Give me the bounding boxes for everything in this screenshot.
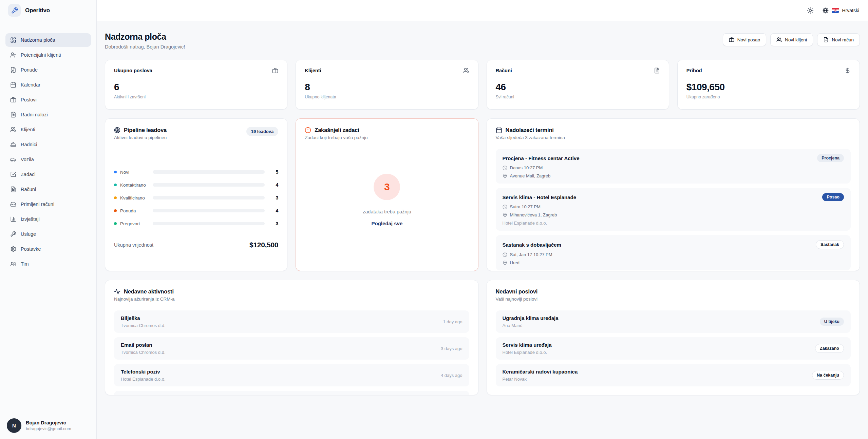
appointment-time: Danas 10:27 PM — [510, 165, 543, 170]
calendar-icon — [10, 82, 16, 88]
stage-value: 3 — [271, 195, 278, 201]
sidebar-item-label: Kalendar — [21, 82, 40, 88]
stat-value: 6 — [114, 82, 278, 93]
activity-item[interactable]: Bilješka Tvornica Chromos d.d. 1 day ago — [114, 310, 469, 333]
clock-icon — [503, 205, 507, 209]
stat-cards: Ukupno poslova 6 Aktivni i završeni Klij… — [105, 60, 860, 110]
sidebar-item-active[interactable]: Nadzorna ploča — [5, 33, 91, 47]
stage-value: 4 — [271, 182, 278, 188]
sidebar-item[interactable]: Potencijalni klijenti — [5, 48, 91, 62]
view-all-link[interactable]: Pogledaj sve — [372, 221, 403, 226]
activity-title: Telefonski poziv — [121, 369, 166, 375]
pipeline-card: Pipeline leadova Aktivni leadovi u pipel… — [105, 118, 287, 271]
pipeline-subtitle: Aktivni leadovi u pipelineu — [114, 135, 167, 140]
job-status-badge: U tijeku — [820, 318, 844, 326]
sidebar-item-label: Poslovi — [21, 97, 37, 102]
stage-label: Pregovori — [120, 221, 153, 226]
sidebar-item-label: Klijenti — [21, 127, 35, 132]
sidebar-item-label: Računi — [21, 187, 36, 192]
sidebar-item[interactable]: Izvještaji — [5, 212, 91, 226]
sidebar-item-label: Zadaci — [21, 172, 36, 177]
appointments-list: Procjena - Fitness centar Active Procjen… — [496, 149, 851, 270]
sidebar: Operitivo Nadzorna ploča Potencijalni kl… — [0, 0, 97, 439]
overdue-title: Zakašnjeli zadaci — [315, 127, 359, 133]
sidebar-item[interactable]: Vozila — [5, 153, 91, 166]
activity-item[interactable]: Email poslan Tvornica Chromos d.d. 3 day… — [114, 337, 469, 360]
users-icon — [463, 68, 469, 74]
appointment-item[interactable]: Procjena - Fitness centar Active Procjen… — [496, 149, 851, 184]
sidebar-item-label: Radni nalozi — [21, 112, 48, 117]
target-icon — [114, 127, 120, 133]
activity-company: Tvornica Chromos d.d. — [121, 350, 166, 355]
job-item[interactable]: Servis klima uređaja Hotel Esplanade d.o… — [496, 337, 851, 360]
file-text-icon — [10, 186, 16, 192]
appointment-location: Ured — [510, 260, 520, 265]
language-selector[interactable]: Hrvatski — [823, 7, 859, 14]
sidebar-item[interactable]: Tim — [5, 257, 91, 271]
clock-icon — [503, 166, 507, 170]
sidebar-item-label: Ponude — [21, 67, 38, 73]
job-title: Servis klima uređaja — [503, 342, 552, 348]
appointment-item[interactable]: Servis klima - Hotel Esplanade Posao Sut… — [496, 188, 851, 231]
activity-company: Hotel Esplanade d.o.o. — [121, 377, 166, 382]
pipeline-stage-row: Ponuda 4 — [114, 208, 278, 213]
briefcase-icon — [272, 68, 278, 74]
sidebar-item[interactable]: Kalendar — [5, 78, 91, 92]
appointment-location: Avenue Mall, Zagreb — [510, 173, 551, 178]
stage-dot — [114, 171, 117, 173]
sidebar-item-label: Radnici — [21, 142, 37, 147]
job-status-badge: Zakazano — [815, 344, 844, 353]
sidebar-item-label: Potencijalni klijenti — [21, 52, 61, 58]
stage-bar-track — [153, 209, 265, 212]
sidebar-item[interactable]: Radni nalozi — [5, 108, 91, 121]
gear-icon — [10, 246, 16, 252]
sidebar-item-label: Izvještaji — [21, 216, 40, 222]
user-profile[interactable]: N Bojan Dragojevic bdragojevic@gmail.com — [0, 412, 96, 439]
header-action-button[interactable]: Novi klijent — [770, 33, 813, 46]
topbar: Hrvatski — [97, 0, 868, 21]
stat-caption: Ukupno zarađeno — [686, 95, 851, 99]
jobs-list: Ugradnja klima uređaja Ana Marić U tijek… — [496, 310, 851, 386]
sidebar-item[interactable]: Usluge — [5, 227, 91, 241]
avatar: N — [7, 418, 21, 433]
stat-title: Ukupno poslova — [114, 68, 152, 73]
header-action-button[interactable]: Novi posao — [723, 33, 767, 46]
overdue-subtitle: Zadaci koji trebaju vašu pažnju — [305, 135, 367, 140]
sidebar-item[interactable]: Klijenti — [5, 123, 91, 136]
sidebar-item-label: Usluge — [21, 231, 36, 237]
sidebar-item[interactable]: Poslovi — [5, 93, 91, 107]
sidebar-item[interactable]: Postavke — [5, 242, 91, 256]
calendar-icon — [496, 127, 502, 133]
sidebar-item[interactable]: Ponude — [5, 63, 91, 77]
stat-caption: Svi računi — [496, 95, 660, 99]
total-value-label: Ukupna vrijednost — [114, 242, 153, 248]
globe-icon — [823, 7, 829, 14]
header-actions: Novi posao Novi klijent Novi račun — [723, 33, 860, 46]
recent-activities-card: Nedavne aktivnosti Najnovija ažuriranja … — [105, 280, 478, 395]
sidebar-item[interactable]: Zadaci — [5, 168, 91, 181]
sidebar-item[interactable]: Računi — [5, 183, 91, 196]
job-title: Keramičarski radovi kupaonica — [503, 369, 578, 375]
stage-label: Kontaktirano — [120, 183, 153, 188]
sidebar-item[interactable]: Primljeni računi — [5, 197, 91, 211]
users-icon — [776, 37, 782, 42]
appointment-item[interactable]: Sastanak s dobavljačem Sastanak Sat, Jan… — [496, 235, 851, 270]
job-item[interactable]: Keramičarski radovi kupaonica Petar Nova… — [496, 364, 851, 386]
stage-dot — [114, 184, 117, 186]
job-person: Petar Novak — [503, 377, 578, 382]
stage-dot — [114, 222, 117, 225]
user-email: bdragojevic@gmail.com — [26, 426, 71, 431]
sun-icon[interactable] — [807, 7, 814, 14]
stat-card: Klijenti 8 Ukupno klijenata — [296, 60, 478, 110]
job-item[interactable]: Ugradnja klima uređaja Ana Marić U tijek… — [496, 310, 851, 333]
activity-item[interactable]: Telefonski poziv Hotel Esplanade d.o.o. … — [114, 364, 469, 386]
sidebar-item[interactable]: Radnici — [5, 138, 91, 151]
stage-label: Ponuda — [120, 208, 153, 213]
dashboard-main: Nadzorna ploča Dobrodošli natrag, Bojan … — [97, 21, 868, 439]
pipeline-title: Pipeline leadova — [124, 127, 167, 133]
header-action-button[interactable]: Novi račun — [817, 33, 860, 46]
wrench-icon — [10, 231, 16, 237]
file-pen-icon — [10, 67, 16, 73]
user-plus-icon — [10, 52, 16, 58]
jobs-subtitle: Vaši najnoviji poslovi — [496, 297, 538, 302]
